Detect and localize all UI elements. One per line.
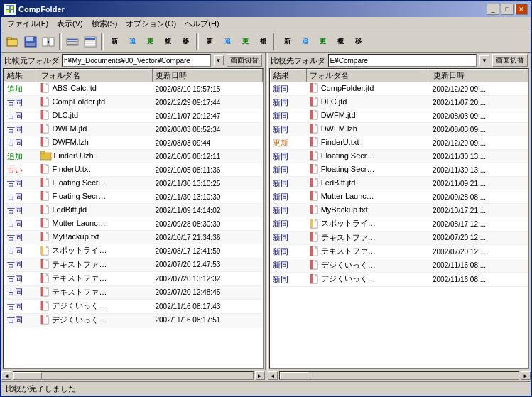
name-cell: DWFM.lzh	[38, 136, 152, 150]
table-row[interactable]: 古同 Floating Secret ... 2002/11/30 13:10:…	[4, 190, 263, 204]
table-row[interactable]: 新同 スポットライト082... 2002/08/17 12:...	[270, 217, 528, 232]
left-col-result[interactable]: 結果	[4, 70, 38, 82]
right-scrollbar-thumb[interactable]	[280, 372, 308, 379]
menu-file[interactable]: ファイル(F)	[3, 17, 53, 31]
date-cell: 2002/12/29 09:...	[430, 136, 528, 150]
table-row[interactable]: 新同 テキストファイル... 2002/07/20 12:...	[270, 245, 528, 259]
name-cell: Floating Secret ...	[307, 163, 430, 177]
close-button[interactable]: ✕	[515, 4, 528, 15]
table-row[interactable]: 古同 CompFolder.jtd 2002/12/29 09:17:44	[4, 96, 263, 109]
svg-rect-45	[40, 151, 45, 153]
table-row[interactable]: 古同 デジくいっくサーチ... 2002/11/16 08:17:43	[4, 300, 263, 314]
date-cell: 2002/08/03 08:52:34	[153, 123, 263, 136]
result-cell: 新同	[270, 273, 307, 287]
table-row[interactable]: 古同 MyBackup.txt 2002/10/17 21:34:36	[4, 231, 263, 244]
left-screen-cut-btn[interactable]: 画面切替	[227, 54, 262, 67]
table-row[interactable]: 古同 DLC.jtd 2002/11/07 20:12:47	[4, 109, 263, 123]
left-scroll-right-btn[interactable]: ►	[255, 371, 265, 380]
maximize-button[interactable]: □	[501, 4, 514, 15]
table-row[interactable]: 新同 DWFM.lzh 2002/08/03 09:...	[270, 123, 528, 136]
toolbar-refresh-btn[interactable]: 更	[141, 33, 158, 50]
left-scrollbar-area: ◄ ►	[1, 370, 265, 381]
result-cell: 古同	[4, 244, 38, 259]
toolbar-move-btn[interactable]: 移	[177, 33, 194, 50]
minimize-button[interactable]: _	[487, 4, 499, 15]
toolbar-new3-btn[interactable]: 新	[278, 33, 295, 50]
table-row[interactable]: 新同 デジくいっくサーチ... 2002/11/16 08:...	[270, 273, 528, 287]
table-row[interactable]: 新同 Floating Secret ... 2002/11/30 13:...	[270, 163, 528, 177]
right-file-list[interactable]: 結果 フォルダ名 更新日時 新同 CompFolder.jtd 2002/12/…	[269, 68, 530, 369]
menu-search[interactable]: 検索(S)	[87, 17, 122, 31]
date-cell: 2002/11/30 13:10:25	[153, 177, 263, 190]
toolbar-refresh2-btn[interactable]: 更	[237, 33, 254, 50]
table-row[interactable]: 新同 DLC.jtd 2002/11/07 20:...	[270, 96, 528, 109]
toolbar-copy-btn[interactable]: 複	[159, 33, 176, 50]
left-file-list[interactable]: 結果 フォルダ名 更新日時 追加 ABS-Calc.jtd 2002/08/10…	[3, 68, 264, 369]
table-row[interactable]: 古同 テキストファイルエ... 2002/07/20 12:47:53	[4, 258, 263, 272]
left-scrollbar-thumb[interactable]	[13, 372, 42, 379]
toolbar-add3-btn[interactable]: 追	[296, 33, 313, 50]
toolbar-save-btn[interactable]	[22, 33, 39, 50]
menu-view[interactable]: 表示(V)	[53, 17, 87, 31]
left-col-name[interactable]: フォルダ名	[38, 70, 152, 82]
table-row[interactable]: 新同 DWFM.jtd 2002/08/03 09:...	[270, 109, 528, 123]
toolbar-settings-btn[interactable]	[64, 33, 81, 50]
table-row[interactable]: 新同 CompFolder.jtd 2002/12/29 09:...	[270, 82, 528, 96]
svg-rect-49	[41, 164, 43, 173]
table-row[interactable]: 古同 テキストファイルエ... 2002/07/20 12:48:45	[4, 285, 263, 300]
result-cell: 新同	[270, 82, 307, 96]
table-row[interactable]: 新同 テキストファイル... 2002/07/20 12:...	[270, 231, 528, 245]
table-row[interactable]: 追加 FinderU.lzh 2002/10/05 08:12:11	[4, 150, 263, 163]
name-cell: テキストファイル...	[307, 231, 430, 245]
left-scroll-left-btn[interactable]: ◄	[1, 371, 11, 380]
toolbar-list-btn[interactable]	[82, 33, 99, 50]
table-row[interactable]: 古い FinderU.txt 2002/10/05 08:11:36	[4, 163, 263, 177]
toolbar-copy3-btn[interactable]: 複	[332, 33, 349, 50]
toolbar-move3-btn[interactable]: 移	[349, 33, 367, 50]
left-scrollbar[interactable]	[13, 371, 254, 380]
left-col-date[interactable]: 更新日時	[153, 70, 263, 82]
right-col-result[interactable]: 結果	[270, 70, 307, 82]
toolbar-new-btn[interactable]: 新	[106, 33, 123, 50]
toolbar-add-btn[interactable]: 追	[124, 33, 141, 50]
table-row[interactable]: 古同 Floating Secret ... 2002/11/30 13:10:…	[4, 177, 263, 190]
toolbar-compare-btn[interactable]	[40, 33, 57, 50]
left-path-dropdown[interactable]: ▼	[214, 55, 224, 65]
table-row[interactable]: 古同 LedBiff.jtd 2002/11/09 14:14:02	[4, 204, 263, 217]
table-row[interactable]: 古同 DWFM.jtd 2002/08/03 08:52:34	[4, 123, 263, 136]
toolbar-add2-btn[interactable]: 追	[219, 33, 236, 50]
right-screen-cut-btn[interactable]: 画面切替	[492, 54, 528, 67]
menu-help[interactable]: ヘルプ(H)	[180, 17, 223, 31]
date-cell: 2002/11/16 08:...	[430, 259, 528, 273]
right-scroll-left-btn[interactable]: ◄	[268, 371, 278, 380]
toolbar-refresh3-btn[interactable]: 更	[314, 33, 331, 50]
table-row[interactable]: 古同 デジくいっくサーチ... 2002/11/16 08:17:51	[4, 313, 263, 327]
table-row[interactable]: 新同 デジくいっくサーチ... 2002/11/16 08:...	[270, 259, 528, 273]
menu-options[interactable]: オプション(O)	[121, 17, 180, 31]
result-cell: 古い	[4, 163, 38, 177]
table-row[interactable]: 追加 ABS-Calc.jtd 2002/08/10 19:57:15	[4, 82, 263, 96]
table-row[interactable]: 古同 Mutter Launche... 2002/09/28 08:30:30	[4, 217, 263, 231]
table-row[interactable]: 新同 Floating Secret ... 2002/11/30 13:...	[270, 150, 528, 163]
right-col-name[interactable]: フォルダ名	[307, 70, 430, 82]
panels: 比較元フォルダ h¥My_Documents¥00_Vector¥Compare…	[1, 53, 531, 370]
toolbar-open-btn[interactable]	[4, 33, 21, 50]
app-icon	[4, 4, 16, 15]
right-scrollbar[interactable]	[279, 371, 520, 380]
toolbar-copy2-btn[interactable]: 複	[254, 33, 271, 50]
table-row[interactable]: 新同 LedBiff.jtd 2002/11/09 21:...	[270, 177, 528, 190]
right-col-date[interactable]: 更新日時	[430, 70, 528, 82]
table-row[interactable]: 古同 テキストファイルエ... 2002/07/20 13:12:32	[4, 272, 263, 286]
table-row[interactable]: 古同 スポットライト082... 2002/08/17 12:41:59	[4, 244, 263, 259]
table-row[interactable]: 新同 Mutter Launche... 2002/09/28 08:...	[270, 190, 528, 204]
left-panel-label: 比較元フォルダ	[4, 55, 59, 66]
result-cell: 古同	[4, 109, 38, 123]
table-row[interactable]: 更新 FinderU.txt 2002/12/29 09:...	[270, 136, 528, 150]
table-row[interactable]: 新同 MyBackup.txt 2002/10/17 21:...	[270, 204, 528, 217]
toolbar-new2-btn[interactable]: 新	[201, 33, 218, 50]
right-path-dropdown[interactable]: ▼	[479, 55, 489, 65]
table-row[interactable]: 古同 DWFM.lzh 2002/08/03 09:44	[4, 136, 263, 150]
svg-rect-4	[11, 10, 13, 13]
right-scroll-right-btn[interactable]: ►	[521, 371, 531, 380]
svg-rect-133	[310, 205, 313, 214]
